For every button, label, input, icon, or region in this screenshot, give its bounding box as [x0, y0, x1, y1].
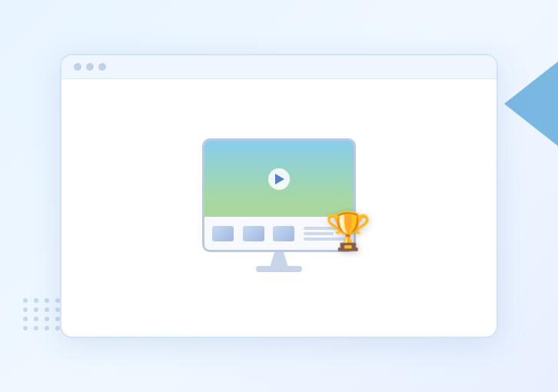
trophy: 🏆: [325, 210, 371, 253]
decorative-dots: [23, 298, 61, 331]
thumbnail-1: [212, 226, 234, 241]
monitor-scene: [204, 141, 354, 217]
browser-content: 🏆 Pr An Ae En Ps Ai: [61, 79, 497, 331]
monitor-stand: [267, 252, 291, 267]
play-triangle-icon: [275, 174, 284, 184]
right-arrow-accent: [504, 61, 558, 146]
browser-window: 🏆 Pr An Ae En Ps Ai: [60, 54, 498, 338]
browser-dot-2: [86, 63, 94, 71]
play-button[interactable]: [268, 168, 290, 190]
browser-bar: [61, 55, 497, 79]
browser-dot-3: [98, 63, 106, 71]
browser-dot-1: [74, 63, 81, 71]
monitor-wrap: 🏆: [202, 138, 356, 272]
thumbnail-3: [273, 226, 294, 241]
thumbnail-2: [243, 226, 264, 241]
